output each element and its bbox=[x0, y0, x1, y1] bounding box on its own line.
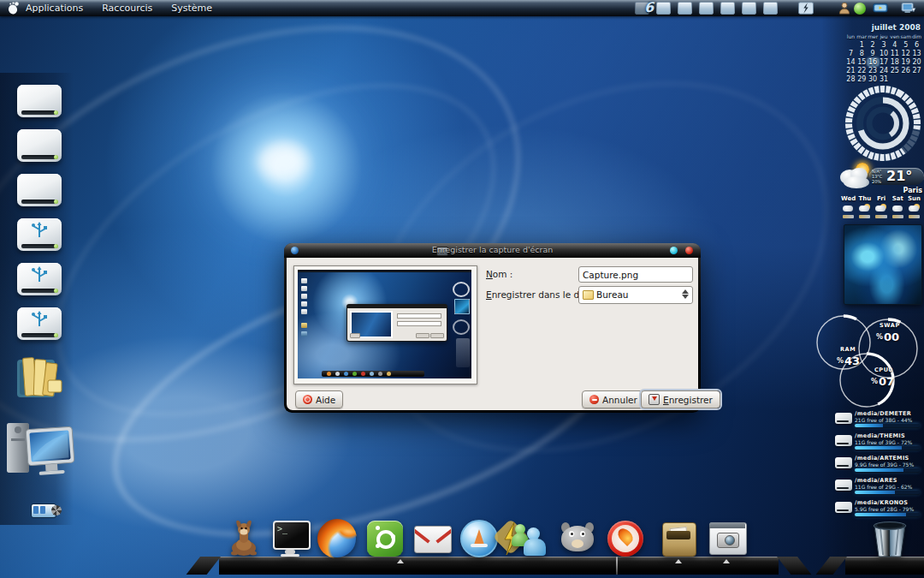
ubuntu-icon[interactable] bbox=[365, 519, 405, 558]
calendar-day-29[interactable]: 29 bbox=[856, 75, 868, 83]
calendar-day-13[interactable]: 13 bbox=[911, 50, 922, 57]
user-switcher-icon[interactable] bbox=[837, 2, 852, 15]
calendar-day-3[interactable]: 3 bbox=[879, 41, 890, 49]
calendar-day-8[interactable]: 8 bbox=[856, 50, 868, 57]
calendar-day-7[interactable]: 7 bbox=[845, 50, 856, 57]
save-icon bbox=[649, 394, 660, 405]
calendar-day-27[interactable]: 27 bbox=[911, 67, 922, 74]
status-available-icon[interactable] bbox=[854, 3, 866, 15]
display-settings-icon[interactable] bbox=[873, 2, 888, 15]
disk-row[interactable]: /media/ARES 11G free of 29G - 62% bbox=[835, 476, 922, 498]
file-drawer-icon[interactable] bbox=[659, 519, 698, 558]
window-list bbox=[635, 2, 778, 15]
disk-row[interactable]: /media/KRONOS 5.9G free of 28G - 79% bbox=[835, 498, 922, 521]
hard-drive-icon[interactable] bbox=[17, 170, 62, 208]
calendar-day-empty bbox=[911, 75, 922, 83]
calendar-day-12[interactable]: 12 bbox=[900, 50, 911, 57]
usb-drive-icon[interactable] bbox=[17, 259, 62, 297]
calendar-day-1[interactable]: 1 bbox=[856, 41, 868, 49]
screenshot-tool-icon[interactable] bbox=[707, 519, 746, 558]
usb-drive-icon[interactable] bbox=[17, 215, 62, 253]
window-list-button[interactable] bbox=[656, 2, 671, 15]
network-computer-icon[interactable] bbox=[901, 2, 916, 15]
hard-drive-icon[interactable] bbox=[17, 126, 62, 164]
disk-name: /media/DEMETER bbox=[855, 410, 911, 417]
calendar-day-4[interactable]: 4 bbox=[889, 41, 900, 49]
calendar-day-headers: lunmarmerjeuvensamdim bbox=[845, 33, 922, 39]
dialog-titlebar[interactable]: Enregistrer la capture d'écran bbox=[284, 243, 701, 258]
disk-row[interactable]: /media/DEMETER 21G free of 38G - 44% bbox=[835, 409, 922, 432]
calendar-day-5[interactable]: 5 bbox=[900, 41, 911, 49]
calendar-day-22[interactable]: 22 bbox=[856, 67, 868, 74]
window-list-button[interactable] bbox=[720, 2, 735, 15]
computer-icon[interactable] bbox=[5, 418, 77, 486]
firefox-icon[interactable] bbox=[317, 519, 357, 558]
disk-row[interactable]: /media/ARTEMIS 9.9G free of 39G - 75% bbox=[835, 454, 922, 476]
trash-shelf bbox=[845, 557, 924, 575]
calendar-day-24[interactable]: 24 bbox=[879, 67, 890, 74]
gimp-icon[interactable] bbox=[558, 519, 597, 558]
calendar-title: juillet 2008 bbox=[872, 23, 921, 32]
calendar-day-18[interactable]: 18 bbox=[889, 58, 900, 66]
calendar-day-25[interactable]: 25 bbox=[889, 67, 900, 74]
calendar-day-10[interactable]: 10 bbox=[879, 50, 890, 57]
trash-icon[interactable] bbox=[864, 519, 915, 558]
calendar-day-header: jeu bbox=[879, 33, 890, 39]
calendar-day-28[interactable]: 28 bbox=[845, 75, 856, 83]
calendar-day-16[interactable]: 16 bbox=[868, 58, 879, 66]
calendar-day-23[interactable]: 23 bbox=[868, 67, 879, 74]
documents-folder-icon[interactable] bbox=[14, 351, 65, 402]
burner-icon[interactable] bbox=[606, 519, 645, 558]
calendar-day-15[interactable]: 15 bbox=[856, 58, 868, 66]
menu-systeme[interactable]: Système bbox=[171, 0, 212, 16]
amule-icon[interactable] bbox=[224, 519, 264, 558]
gear-icon bbox=[51, 505, 62, 515]
calendar-day-21[interactable]: 21 bbox=[845, 67, 856, 74]
system-gauges-widget: SWAP %00 RAM %43 CPU0 %07 bbox=[813, 301, 924, 421]
calendar-day-14[interactable]: 14 bbox=[845, 58, 856, 66]
minimize-orb[interactable] bbox=[670, 247, 678, 254]
battery-widget-icon[interactable] bbox=[31, 501, 62, 520]
window-list-button[interactable] bbox=[763, 2, 778, 15]
save-button[interactable]: Enregistrer bbox=[641, 390, 720, 408]
calendar-day-30[interactable]: 30 bbox=[868, 75, 879, 83]
calendar-day-header: dim bbox=[911, 33, 922, 39]
disk-row[interactable]: /media/THEMIS 11G free of 39G - 72% bbox=[835, 432, 922, 454]
calendar-day-26[interactable]: 26 bbox=[900, 67, 911, 74]
usb-symbol bbox=[29, 266, 50, 285]
calendar-day-header: lun bbox=[845, 33, 856, 39]
hard-drive-icon[interactable] bbox=[17, 81, 62, 119]
window-list-button[interactable] bbox=[742, 2, 756, 15]
menu-raccourcis[interactable]: Raccourcis bbox=[102, 0, 152, 16]
messenger-icon[interactable] bbox=[510, 519, 554, 558]
disk-bar bbox=[855, 468, 920, 472]
window-list-button[interactable] bbox=[699, 2, 714, 15]
close-orb[interactable] bbox=[685, 247, 693, 254]
gmail-icon[interactable] bbox=[412, 519, 452, 558]
gauge-cpu-value: %07 bbox=[871, 375, 894, 388]
calendar-day-20[interactable]: 20 bbox=[911, 58, 922, 66]
usb-drive-icon[interactable] bbox=[17, 304, 62, 342]
calendar-day-17[interactable]: 17 bbox=[879, 58, 890, 66]
vlc-icon[interactable] bbox=[459, 519, 499, 558]
folder-combo[interactable]: Bureau bbox=[578, 286, 693, 304]
help-button[interactable]: Aide bbox=[295, 390, 343, 408]
calendar-day-19[interactable]: 19 bbox=[900, 58, 911, 66]
menu-applications[interactable]: Applications bbox=[26, 0, 83, 16]
calendar-day-header: mer bbox=[868, 33, 879, 39]
gnome-foot-icon[interactable] bbox=[6, 2, 20, 15]
screenshot-preview bbox=[293, 265, 477, 384]
calendar-day-2[interactable]: 2 bbox=[868, 41, 879, 49]
cancel-button[interactable]: Annuler bbox=[582, 390, 645, 408]
calendar-day-9[interactable]: 9 bbox=[868, 50, 879, 57]
calendar-day-6[interactable]: 6 bbox=[911, 41, 922, 49]
panel-lightning-icon[interactable] bbox=[798, 2, 814, 15]
wallpaper-glow bbox=[257, 141, 308, 181]
gauge-swap-label: SWAP bbox=[880, 322, 900, 329]
combo-spinner[interactable] bbox=[680, 288, 690, 301]
window-list-button[interactable] bbox=[678, 2, 692, 15]
calendar-day-11[interactable]: 11 bbox=[889, 50, 900, 57]
calendar-day-31[interactable]: 31 bbox=[879, 75, 890, 83]
filename-input[interactable] bbox=[578, 266, 693, 283]
terminal-icon[interactable]: >_ bbox=[270, 519, 310, 558]
